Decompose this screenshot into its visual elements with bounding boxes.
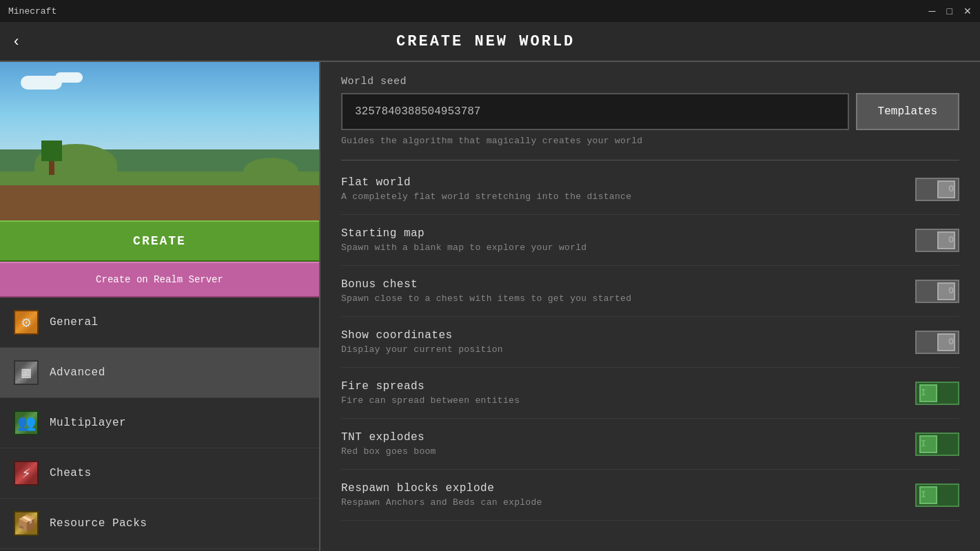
toggle-row-starting-map: Starting map Spawn with a blank map to e… xyxy=(341,215,959,266)
fire-spreads-toggle-letter: I xyxy=(921,388,926,398)
toggle-info-starting-map: Starting map Spawn with a blank map to e… xyxy=(341,227,901,253)
sidebar-item-label-general: General xyxy=(50,316,99,329)
tnt-explodes-title: TNT explodes xyxy=(341,431,901,444)
dirt-layer xyxy=(0,185,319,220)
resource-packs-icon: 📦 xyxy=(14,511,39,536)
toggle-info-flat-world: Flat world A completely flat world stret… xyxy=(341,176,901,202)
show-coordinates-title: Show coordinates xyxy=(341,329,901,342)
bonus-chest-desc: Spawn close to a chest with items to get… xyxy=(341,293,901,304)
toggle-row-show-coordinates: Show coordinates Display your current po… xyxy=(341,317,959,368)
toggle-info-bonus-chest: Bonus chest Spawn close to a chest with … xyxy=(341,278,901,304)
content-area: World seed Templates Guides the algorith… xyxy=(320,62,980,551)
seed-row: Templates xyxy=(341,93,959,130)
nav-items: ⚙ General ▦ Advanced 👥 Multiplayer ⚡ Che… xyxy=(0,298,319,551)
toggle-row-fire-spreads: Fire spreads Fire can spread between ent… xyxy=(341,368,959,419)
respawn-blocks-explode-toggle[interactable]: I xyxy=(915,484,959,507)
minimize-button[interactable]: ─ xyxy=(929,6,936,17)
seed-input[interactable] xyxy=(341,93,849,130)
bonus-chest-toggle-letter: O xyxy=(948,286,954,296)
show-coordinates-toggle[interactable]: O xyxy=(915,331,959,354)
toggle-row-bonus-chest: Bonus chest Spawn close to a chest with … xyxy=(341,266,959,317)
show-coordinates-toggle-letter: O xyxy=(948,337,954,347)
cloud-2 xyxy=(55,72,83,83)
back-button[interactable]: ‹ xyxy=(14,32,19,50)
seed-hint: Guides the algorithm that magically crea… xyxy=(341,136,959,146)
flat-world-toggle-letter: O xyxy=(948,184,954,194)
respawn-blocks-explode-toggle-letter: I xyxy=(921,490,926,500)
world-preview xyxy=(0,62,319,220)
toggle-info-fire-spreads: Fire spreads Fire can spread between ent… xyxy=(341,380,901,406)
tnt-explodes-desc: Red box goes boom xyxy=(341,446,901,457)
flat-world-title: Flat world xyxy=(341,176,901,189)
title-bar: Minecraft ─ □ ✕ xyxy=(0,0,980,22)
general-icon: ⚙ xyxy=(14,310,39,335)
starting-map-toggle[interactable]: O xyxy=(915,229,959,252)
templates-button[interactable]: Templates xyxy=(856,93,959,130)
seed-section: World seed Templates Guides the algorith… xyxy=(341,76,959,146)
sidebar-item-label-multiplayer: Multiplayer xyxy=(50,417,126,429)
bonus-chest-title: Bonus chest xyxy=(341,278,901,291)
toggle-info-respawn-blocks-explode: Respawn blocks explode Respawn Anchors a… xyxy=(341,482,901,508)
starting-map-toggle-letter: O xyxy=(948,235,954,245)
advanced-icon: ▦ xyxy=(14,360,39,385)
fire-spreads-toggle[interactable]: I xyxy=(915,382,959,405)
cheats-icon: ⚡ xyxy=(14,461,39,486)
tree-leaves xyxy=(41,141,62,161)
flat-world-toggle[interactable]: O xyxy=(915,178,959,201)
sidebar-item-multiplayer[interactable]: 👥 Multiplayer xyxy=(0,398,319,448)
toggle-row-tnt-explodes: TNT explodes Red box goes boom I xyxy=(341,419,959,470)
fire-spreads-desc: Fire can spread between entities xyxy=(341,395,901,406)
sidebar-item-general[interactable]: ⚙ General xyxy=(0,298,319,348)
tnt-explodes-toggle[interactable]: I xyxy=(915,433,959,456)
top-nav: ‹ CREATE NEW WORLD xyxy=(0,22,980,62)
divider-top xyxy=(341,160,959,160)
window-controls: ─ □ ✕ xyxy=(929,6,972,17)
bonus-chest-toggle[interactable]: O xyxy=(915,280,959,303)
respawn-blocks-explode-desc: Respawn Anchors and Beds can explode xyxy=(341,497,901,508)
respawn-blocks-explode-title: Respawn blocks explode xyxy=(341,482,901,495)
tnt-explodes-toggle-letter: I xyxy=(921,439,926,449)
fire-spreads-title: Fire spreads xyxy=(341,380,901,393)
create-button[interactable]: CREATE xyxy=(0,220,319,262)
flat-world-desc: A completely flat world stretching into … xyxy=(341,191,901,202)
sidebar-item-label-cheats: Cheats xyxy=(50,467,92,479)
restore-button[interactable]: □ xyxy=(947,6,952,17)
multiplayer-icon: 👥 xyxy=(14,410,39,435)
sidebar-item-label-advanced: Advanced xyxy=(50,366,105,379)
page-title: CREATE NEW WORLD xyxy=(32,33,939,50)
realm-button[interactable]: Create on Realm Server xyxy=(0,262,319,298)
sidebar-item-resource-packs[interactable]: 📦 Resource Packs xyxy=(0,499,319,549)
toggle-info-show-coordinates: Show coordinates Display your current po… xyxy=(341,329,901,355)
sidebar: CREATE Create on Realm Server ⚙ General … xyxy=(0,62,320,551)
close-button[interactable]: ✕ xyxy=(963,6,972,17)
tree-1 xyxy=(41,141,62,175)
toggle-row-flat-world: Flat world A completely flat world stret… xyxy=(341,164,959,215)
sidebar-item-advanced[interactable]: ▦ Advanced xyxy=(0,348,319,398)
main-layout: CREATE Create on Realm Server ⚙ General … xyxy=(0,62,980,551)
sidebar-item-cheats[interactable]: ⚡ Cheats xyxy=(0,448,319,499)
tree-trunk xyxy=(49,161,54,175)
starting-map-title: Starting map xyxy=(341,227,901,240)
show-coordinates-desc: Display your current position xyxy=(341,344,901,355)
toggle-row-respawn-blocks-explode: Respawn blocks explode Respawn Anchors a… xyxy=(341,470,959,521)
sidebar-item-label-resource-packs: Resource Packs xyxy=(50,517,147,530)
terrain xyxy=(0,134,319,221)
starting-map-desc: Spawn with a blank map to explore your w… xyxy=(341,242,901,253)
seed-label: World seed xyxy=(341,76,959,87)
toggle-info-tnt-explodes: TNT explodes Red box goes boom xyxy=(341,431,901,457)
app-name: Minecraft xyxy=(8,6,57,17)
